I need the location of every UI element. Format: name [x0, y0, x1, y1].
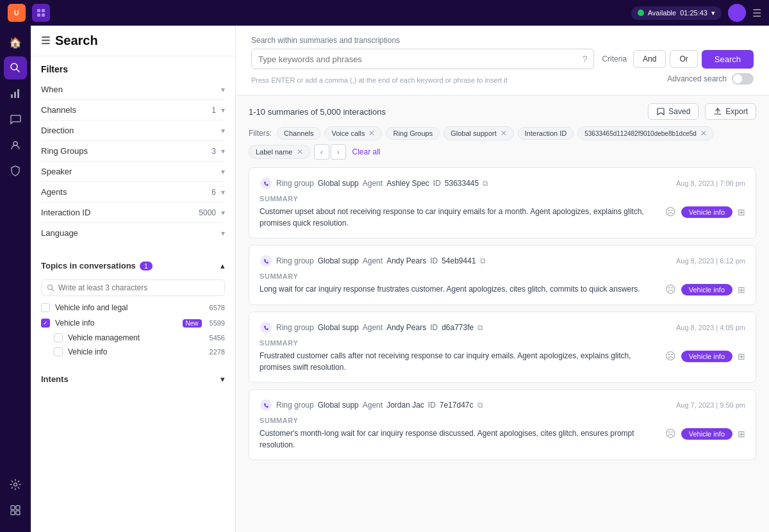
intents-section: Intents ▾: [31, 364, 235, 389]
intents-header[interactable]: Intents ▾: [41, 369, 225, 389]
transcript-icon-1[interactable]: ⊞: [738, 207, 745, 217]
criteria-label: Criteria: [602, 54, 627, 63]
export-button[interactable]: Export: [705, 103, 756, 120]
filter-language[interactable]: Language ▾: [41, 223, 225, 243]
summary-body-1: Customer upset about not receiving respo…: [260, 206, 745, 229]
card-meta-4: Ring group Global supp Agent Jordan Jac …: [260, 399, 483, 411]
filter-when[interactable]: When ▾: [41, 79, 225, 100]
transcript-icon-3[interactable]: ⊞: [738, 351, 745, 362]
nav-item-search[interactable]: [4, 56, 27, 79]
vehicle-badge-3[interactable]: Vehicle info: [681, 351, 732, 362]
main-content: Search within summaries and transcriptio…: [236, 26, 769, 532]
topic-item-vehicle-info-legal[interactable]: Vehicle info and legal 6578: [41, 300, 225, 315]
nav-item-grid[interactable]: [4, 499, 27, 522]
filter-speaker[interactable]: Speaker ▾: [41, 162, 225, 182]
nav-item-analytics[interactable]: [4, 82, 27, 105]
nav-item-contacts[interactable]: [4, 133, 27, 156]
sentiment-icon-3: ☹: [665, 350, 676, 362]
chevron-down-icon: ▾: [221, 167, 225, 176]
filter-chip-label-name[interactable]: Label name ✕: [249, 145, 310, 159]
new-badge: New: [183, 319, 202, 328]
arrow-right-button[interactable]: ›: [331, 144, 346, 160]
topic-checkbox-vehicle-management[interactable]: [54, 333, 63, 342]
filters-label: Filters:: [249, 129, 272, 138]
sentiment-icon-4: ☹: [665, 428, 676, 440]
topic-checkbox-vehicle-info-legal[interactable]: [41, 303, 50, 312]
help-icon[interactable]: ?: [583, 54, 588, 64]
filter-section: Filters When ▾ Channels 1 ▾ Direction ▾ …: [31, 56, 235, 251]
search-button[interactable]: Search: [702, 50, 754, 69]
topic-item-vehicle-management[interactable]: Vehicle management 5456: [41, 331, 225, 345]
sentiment-icon-2: ☹: [665, 283, 676, 295]
chevron-down-icon: ▾: [711, 9, 715, 17]
nav-item-home[interactable]: 🏠: [4, 31, 27, 54]
copy-icon-4[interactable]: ⧉: [477, 401, 483, 410]
summary-text-4: Customer's month-long wait for car inqui…: [260, 428, 657, 451]
phone-icon-4: [260, 399, 272, 411]
search-input[interactable]: [258, 54, 583, 64]
transcript-icon-4[interactable]: ⊞: [738, 429, 745, 439]
topic-checkbox-vehicle-info-sub[interactable]: [54, 347, 63, 356]
topic-checkbox-vehicle-info-main[interactable]: ✓: [41, 319, 50, 328]
result-card-3: Ring group Global supp Agent Andy Pears …: [249, 312, 756, 383]
remove-label-name[interactable]: ✕: [297, 147, 303, 156]
avatar[interactable]: [728, 4, 746, 22]
filter-interaction-id[interactable]: Interaction ID 5000 ▾: [41, 203, 225, 223]
topic-item-vehicle-info-main[interactable]: ✓ Vehicle info New 5599: [41, 315, 225, 331]
filter-chip-interaction-id-value[interactable]: 53633465d112482f9010debe8b1dce5d ✕: [577, 126, 714, 140]
filter-agents[interactable]: Agents 6 ▾: [41, 182, 225, 203]
svg-point-10: [13, 142, 17, 145]
topic-item-vehicle-info-sub[interactable]: Vehicle info 2278: [41, 345, 225, 359]
saved-button[interactable]: Saved: [648, 103, 699, 120]
remove-interaction-id[interactable]: ✕: [700, 129, 707, 138]
filter-direction[interactable]: Direction ▾: [41, 121, 225, 141]
svg-point-16: [48, 285, 53, 290]
result-card-2: Ring group Global supp Agent Andy Pears …: [249, 245, 756, 305]
criteria-and-button[interactable]: And: [633, 50, 666, 68]
topic-search[interactable]: [41, 279, 225, 296]
filter-chip-global-support[interactable]: Global support ✕: [443, 126, 514, 140]
search-icon: [47, 284, 54, 292]
nav-item-shield[interactable]: [4, 159, 27, 182]
topbar-right: Available 01:25:43 ▾ ☰: [631, 4, 761, 22]
card-header-3: Ring group Global supp Agent Andy Pears …: [260, 321, 745, 334]
arrow-left-button[interactable]: ‹: [314, 144, 329, 160]
svg-rect-14: [11, 511, 15, 515]
topbar-app-icon[interactable]: [32, 4, 50, 22]
left-nav: 🏠: [0, 26, 31, 532]
summary-text-3: Frustrated customer calls after not rece…: [260, 350, 657, 373]
search-input-wrap[interactable]: ?: [251, 49, 594, 69]
topic-search-input[interactable]: [58, 283, 219, 292]
filter-ring-groups[interactable]: Ring Groups 3 ▾: [41, 141, 225, 162]
clear-all-button[interactable]: Clear all: [352, 147, 381, 156]
app-logo[interactable]: U: [8, 4, 26, 22]
topics-header[interactable]: Topics in conversations 1 ▴: [41, 256, 225, 276]
filter-channels[interactable]: Channels 1 ▾: [41, 100, 225, 121]
transcript-icon-2[interactable]: ⊞: [738, 285, 745, 295]
chevron-down-icon: ▾: [221, 106, 225, 115]
remove-voice-calls[interactable]: ✕: [368, 129, 375, 138]
chevron-up-icon: ▴: [220, 261, 225, 270]
nav-item-conversations[interactable]: [4, 108, 27, 131]
hamburger-icon[interactable]: ☰: [752, 7, 761, 19]
vehicle-badge-4[interactable]: Vehicle info: [681, 428, 732, 440]
vehicle-badge-1[interactable]: Vehicle info: [681, 206, 732, 218]
copy-icon-3[interactable]: ⧉: [477, 323, 483, 332]
status-badge[interactable]: Available 01:25:43 ▾: [631, 6, 722, 20]
copy-icon-1[interactable]: ⧉: [483, 179, 488, 188]
copy-icon-2[interactable]: ⧉: [480, 256, 486, 265]
results-actions: Saved Export: [648, 103, 756, 120]
card-header-2: Ring group Global supp Agent Andy Pears …: [260, 254, 745, 267]
sidebar-menu-icon[interactable]: ☰: [41, 35, 50, 47]
bookmark-icon: [656, 107, 665, 116]
svg-rect-5: [42, 13, 45, 17]
criteria-or-button[interactable]: Or: [670, 50, 697, 68]
filter-chip-ring-groups-label: Ring Groups: [386, 127, 440, 140]
svg-rect-8: [14, 92, 16, 98]
remove-global-support[interactable]: ✕: [500, 129, 507, 138]
nav-item-settings[interactable]: [4, 473, 27, 496]
advanced-search-toggle[interactable]: [732, 73, 754, 85]
card-meta-3: Ring group Global supp Agent Andy Pears …: [260, 321, 483, 334]
filter-chip-voice-calls[interactable]: Voice calls ✕: [324, 126, 382, 140]
vehicle-badge-2[interactable]: Vehicle info: [681, 284, 732, 295]
